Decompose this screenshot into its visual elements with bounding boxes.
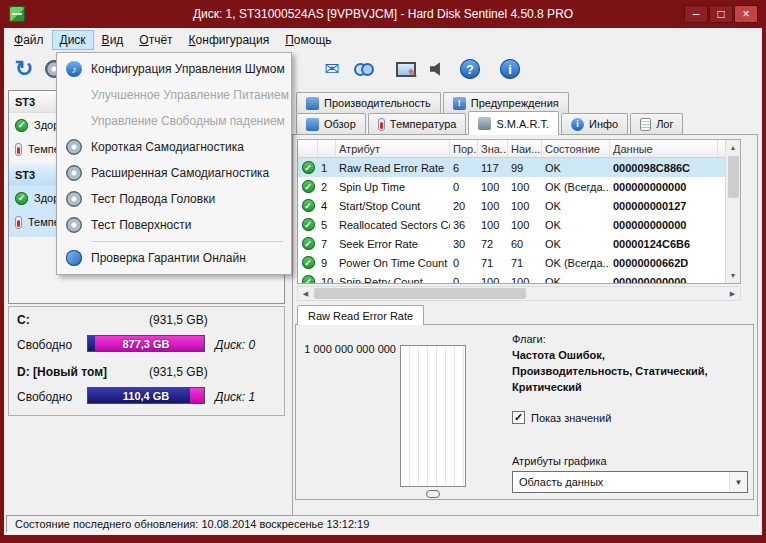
report-monitor-icon[interactable] (392, 55, 420, 83)
refresh-glyph: ↻ (15, 58, 33, 80)
client-area: Файл Диск Вид Отчёт Конфигурация Помощь … (4, 28, 762, 535)
monitor-glyph (396, 62, 416, 77)
header-status[interactable]: Состояние (542, 140, 610, 157)
attr-name: Power On Time Count (336, 257, 450, 269)
menu-item-label: Конфигурация Управления Шумом (91, 62, 285, 76)
smart-row[interactable]: ✓ 10 Spin Retry Count 0 100 100 OK 00000… (298, 272, 740, 284)
attr-threshold: 0 (450, 181, 478, 193)
vscroll-thumb[interactable] (728, 156, 739, 198)
title-bar[interactable]: Диск: 1, ST31000524AS [9VPBVJCM] - Hard … (0, 0, 766, 28)
surface-test-icon (66, 217, 82, 233)
flag-line: Производительность, Статический, (512, 365, 708, 377)
horizontal-scrollbar[interactable]: ◀ ▶ (297, 286, 741, 301)
attr-value: 100 (478, 200, 508, 212)
menu-item-label: Короткая Самодиагностика (91, 140, 244, 154)
chevron-down-icon[interactable]: ▼ (729, 472, 747, 492)
window-title: Диск: 1, ST31000524AS [9VPBVJCM] - Hard … (0, 0, 766, 28)
chart-scroll-handle[interactable] (426, 490, 440, 498)
scroll-right-icon[interactable]: ▶ (725, 287, 740, 300)
minimize-button[interactable]: – (684, 5, 708, 23)
menu-item-surface-test[interactable]: Тест Поверхности (59, 212, 289, 238)
scroll-up-icon[interactable]: ▲ (726, 140, 740, 155)
tab-label: Производительность (324, 97, 431, 109)
tab-label: S.M.A.R.T. (496, 118, 549, 130)
info-icon[interactable]: i (496, 55, 524, 83)
graph-mode-select[interactable]: Область данных ▼ (512, 471, 748, 493)
attr-data: 000000000000 (610, 219, 718, 231)
menu-item-warranty-online[interactable]: Проверка Гарантии Онлайн (59, 245, 289, 271)
header-id-col[interactable] (318, 140, 336, 157)
menu-item-freefall[interactable]: Управление Свободным падением (59, 108, 289, 134)
menu-item-label: Проверка Гарантии Онлайн (91, 251, 246, 265)
attr-name: Spin Retry Count (336, 276, 450, 285)
smart-row[interactable]: ✓ 2 Spin Up Time 0 100 100 OK (Всегда...… (298, 177, 740, 196)
attr-threshold: 6 (450, 162, 478, 174)
tab-alerts[interactable]: !Предупреждения (443, 92, 569, 113)
mail-icon[interactable]: ✉ (318, 55, 346, 83)
header-icon-col[interactable] (298, 140, 318, 157)
tab-smart[interactable]: S.M.A.R.T. (468, 111, 559, 135)
attribute-detail-tab[interactable]: Raw Read Error Rate (297, 305, 424, 325)
tab-info[interactable]: iИнфо (561, 113, 628, 134)
menu-report[interactable]: Отчёт (131, 30, 180, 50)
attr-status: OK (542, 238, 610, 250)
menu-configuration[interactable]: Конфигурация (181, 30, 278, 50)
attr-name: Start/Stop Count (336, 200, 450, 212)
header-worst[interactable]: Наи... (508, 140, 542, 157)
attr-value: 100 (478, 219, 508, 231)
mail-glyph: ✉ (324, 58, 339, 80)
menu-item-extended-selftest[interactable]: Расширенная Самодиагностика (59, 160, 289, 186)
menu-item-head-test[interactable]: Тест Подвода Головки (59, 186, 289, 212)
warranty-online-icon (66, 250, 82, 266)
tab-performance[interactable]: Производительность (296, 92, 441, 113)
smart-row[interactable]: ✓ 4 Start/Stop Count 20 100 100 OK 00000… (298, 196, 740, 215)
smart-row[interactable]: ✓ 5 Reallocated Sectors Co... 36 100 100… (298, 215, 740, 234)
smart-row[interactable]: ✓ 7 Seek Error Rate 30 72 60 OK 00000124… (298, 234, 740, 253)
scroll-down-icon[interactable]: ▼ (726, 268, 740, 283)
thermometer-icon (15, 216, 22, 229)
attr-data: 000000000000 (610, 276, 718, 285)
attr-data: 000000000127 (610, 200, 718, 212)
close-button[interactable]: × (734, 5, 758, 23)
app-window: Диск: 1, ST31000524AS [9VPBVJCM] - Hard … (0, 0, 766, 543)
header-data[interactable]: Данные (610, 140, 718, 157)
performance-icon (306, 97, 319, 110)
attr-data: 000000000000 (610, 181, 718, 193)
header-attribute[interactable]: Атрибут (336, 140, 450, 157)
speaker-icon[interactable] (424, 55, 452, 83)
attr-worst: 60 (508, 238, 542, 250)
maximize-button[interactable]: □ (709, 5, 733, 23)
menu-view[interactable]: Вид (94, 30, 132, 50)
ok-icon: ✓ (302, 218, 315, 231)
hscroll-thumb[interactable] (314, 288, 526, 299)
refresh-icon[interactable]: ↻ (10, 55, 38, 83)
attr-status: OK (542, 200, 610, 212)
header-value[interactable]: Зна... (478, 140, 508, 157)
smart-table-header: Атрибут Пор... Зна... Наи... Состояние Д… (298, 140, 740, 158)
health-ok-icon: ✓ (15, 119, 28, 132)
tab-overview[interactable]: Обзор (296, 113, 366, 134)
menu-file[interactable]: Файл (6, 30, 52, 50)
menu-item-noise-config[interactable]: ♪ Конфигурация Управления Шумом (59, 56, 289, 82)
menu-help[interactable]: Помощь (277, 30, 339, 50)
attr-status: OK (Всегда... (542, 181, 610, 193)
menu-item-label: Управление Свободным падением (91, 114, 285, 128)
header-threshold[interactable]: Пор... (450, 140, 478, 157)
tab-temperature[interactable]: Температура (368, 113, 467, 134)
ok-icon: ✓ (302, 180, 315, 193)
attr-worst: 99 (508, 162, 542, 174)
menu-item-short-selftest[interactable]: Короткая Самодиагностика (59, 134, 289, 160)
vertical-scrollbar[interactable]: ▲ ▼ (725, 140, 740, 283)
smart-row[interactable]: ✓ 1 Raw Read Error Rate 6 117 99 OK 0000… (298, 158, 740, 177)
network-globes-icon[interactable] (350, 55, 378, 83)
scroll-left-icon[interactable]: ◀ (298, 287, 313, 300)
tab-log[interactable]: Лог (630, 113, 683, 134)
show-values-checkbox[interactable]: ✓ (512, 411, 525, 424)
help-icon[interactable]: ? (456, 55, 484, 83)
smart-row[interactable]: ✓ 9 Power On Time Count 0 71 71 OK (Всег… (298, 253, 740, 272)
attr-name: Raw Read Error Rate (336, 162, 450, 174)
menu-item-power-management[interactable]: Улучшенное Управление Питанием (59, 82, 289, 108)
ok-icon: ✓ (302, 256, 315, 269)
menu-disk[interactable]: Диск (52, 30, 94, 50)
log-icon (640, 118, 651, 131)
